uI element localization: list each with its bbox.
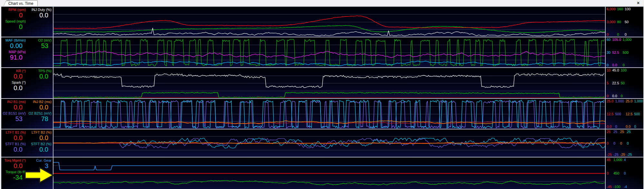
axis-value: 12.5 bbox=[626, 112, 632, 116]
axis-value: 0 bbox=[623, 63, 632, 67]
axis-value: 12.5 bbox=[607, 112, 613, 116]
trace-map bbox=[53, 51, 605, 58]
param-label: INJ Duty (%) bbox=[27, 7, 53, 12]
param-empty bbox=[27, 50, 53, 61]
axis-value: 25 bbox=[627, 130, 632, 134]
axis-value: 160 bbox=[617, 7, 623, 11]
param-value: 0.0 bbox=[27, 104, 53, 111]
plot-area-ltft-stft[interactable] bbox=[53, 129, 606, 157]
param-value: 0.0 bbox=[27, 12, 53, 19]
plot-area-maf-o2-map[interactable] bbox=[53, 37, 606, 67]
axis-scale-kr-tps-spark: 105045.022.50.0100500 bbox=[606, 68, 643, 98]
axis-scale-rpm-speed-injduty: 6,0003,0000160800100500 bbox=[606, 7, 643, 37]
traces-rpm-speed-injduty bbox=[53, 7, 605, 37]
axis-column: 25.012.50.0 bbox=[607, 99, 613, 128]
axis-value: 0 bbox=[620, 141, 625, 145]
param-o2-b2s1-mv: O2 B2S1 (mV)78 bbox=[27, 111, 53, 123]
axis-column: 6,0003,0000 bbox=[607, 7, 616, 36]
chart-vs-time-window: Chart vs. Time × RPM (rpm)0INJ Duty (%)0… bbox=[0, 0, 644, 189]
plot-area-torqmgmt-gear-torque[interactable] bbox=[53, 157, 606, 189]
trace-tps bbox=[53, 92, 604, 98]
axis-value: 25 bbox=[613, 130, 619, 134]
axis-value: 0.0 bbox=[626, 125, 632, 128]
param-empty bbox=[27, 19, 53, 31]
axis-value: -25 bbox=[613, 153, 619, 156]
param-value: 0 bbox=[1, 12, 27, 19]
chart-panel-maf-o2-map: MAF (lb/min)0.00O2 (mV)53MAP (kPa)91.060… bbox=[1, 37, 643, 67]
param-value: 0 bbox=[1, 23, 27, 31]
axis-value: 25 bbox=[620, 130, 625, 134]
axis-column: 40-4 bbox=[624, 158, 627, 189]
param-tps: TPS (%)0.0 bbox=[27, 69, 53, 80]
axis-column: 250-25 bbox=[620, 130, 625, 156]
axis-value: 45 bbox=[607, 158, 612, 162]
axis-value: 0 bbox=[617, 33, 623, 36]
axis-value: 25.0 bbox=[607, 99, 613, 103]
param-labels-injb1-injb2-o2b1s1-o2b2s1: INJ B1 (ms)0.0INJ B2 (ms)0.0O2 B1S1 (mV)… bbox=[1, 99, 53, 129]
axis-column: 100500 bbox=[625, 7, 630, 36]
axis-value: 0 bbox=[627, 141, 632, 145]
trace-maf bbox=[53, 61, 605, 66]
close-icon[interactable]: × bbox=[636, 0, 641, 5]
param-inj-b1-ms: INJ B1 (ms)0.0 bbox=[1, 99, 27, 111]
chart-panel-injb1-injb2-o2b1s1-o2b2s1: INJ B1 (ms)0.0INJ B2 (ms)0.0O2 B1S1 (mV)… bbox=[1, 98, 643, 129]
plot-area-rpm-speed-injduty[interactable] bbox=[53, 7, 606, 37]
param-value: 0.0 bbox=[27, 146, 53, 153]
axis-value: 1,000 bbox=[613, 158, 622, 162]
axis-value: 0 bbox=[607, 171, 612, 175]
axis-value: 0 bbox=[625, 33, 630, 36]
axis-scale-injb1-injb2-o2b1s1-o2b2s1: 25.012.50.01,000500025.012.50.01,0005000 bbox=[606, 99, 643, 129]
param-value: 0.0 bbox=[27, 73, 53, 80]
axis-value: 1,000 bbox=[623, 38, 632, 42]
param-ltft-b1: LTFT B1 (%)0.0 bbox=[1, 130, 27, 142]
param-labels-ltft-stft: LTFT B1 (%)0.0LTFT B2 (%)0.0STFT B1 (%)0… bbox=[1, 129, 53, 157]
axis-column: 250-25 bbox=[627, 130, 632, 156]
axis-value: 0 bbox=[607, 141, 612, 145]
tab-bar: Chart vs. Time × bbox=[0, 0, 644, 6]
axis-value: 25.0 bbox=[626, 99, 632, 103]
plot-area-kr-tps-spark[interactable] bbox=[53, 68, 606, 98]
axis-column: 160800 bbox=[617, 7, 623, 36]
axis-value: 0 bbox=[634, 125, 643, 128]
param-labels-kr-tps-spark: KR (°)0.0TPS (%)0.0Spark (°)0.0 bbox=[1, 68, 53, 98]
param-label: LTFT B2 (%) bbox=[27, 130, 53, 134]
axis-value: 52.5 bbox=[612, 51, 621, 54]
axis-column: 450-45 bbox=[607, 158, 612, 189]
chart-panel-rpm-speed-injduty: RPM (rpm)0INJ Duty (%)0.0Speed (mph)06,0… bbox=[1, 6, 643, 37]
param-rpm-rpm: RPM (rpm)0 bbox=[1, 7, 27, 19]
param-label: INJ B2 (ms) bbox=[27, 99, 53, 104]
param-maf-lb-min: MAF (lb/min)0.00 bbox=[1, 38, 27, 50]
axis-column: 250-25 bbox=[607, 130, 612, 156]
axis-value: 500 bbox=[623, 51, 632, 54]
trace-inj-duty bbox=[53, 28, 605, 36]
tab-chart-vs-time[interactable]: Chart vs. Time bbox=[6, 0, 38, 6]
axis-column: 1050 bbox=[607, 68, 610, 98]
axis-scale-ltft-stft: 250-25250-25250-25250-25 bbox=[606, 129, 643, 157]
trace-rpm bbox=[53, 16, 605, 29]
param-value: 78 bbox=[27, 115, 53, 123]
trace-o2 bbox=[53, 39, 604, 66]
trace-o2-b2s1 bbox=[53, 100, 604, 128]
axis-value: 0 bbox=[613, 141, 619, 145]
axis-value: 10 bbox=[607, 68, 610, 72]
param-label: Spark (°) bbox=[1, 80, 27, 84]
param-torque-lb-ft: Torque (lb·ft)-34 bbox=[1, 170, 27, 181]
param-empty bbox=[27, 80, 53, 92]
plot-area-injb1-injb2-o2b1s1-o2b2s1[interactable] bbox=[53, 99, 606, 129]
axis-value: 0 bbox=[615, 125, 624, 128]
axis-value: 0.0 bbox=[612, 63, 621, 67]
param-label: Torque (lb·ft) bbox=[1, 170, 27, 174]
param-value: 0.0 bbox=[1, 84, 27, 92]
axis-column: 100500 bbox=[621, 68, 627, 98]
param-label: STFT B2 (%) bbox=[27, 142, 53, 146]
param-value: 0.0 bbox=[1, 162, 27, 170]
param-value: 0.00 bbox=[1, 42, 27, 50]
axis-scale-maf-o2-map: 60300105.052.50.01,0005000 bbox=[606, 37, 643, 67]
param-label: Speed (mph) bbox=[1, 19, 27, 23]
axis-value: -25 bbox=[607, 153, 612, 156]
axis-value: 22.5 bbox=[612, 81, 619, 85]
axis-value: 0 bbox=[607, 63, 610, 67]
param-map-kpa: MAP (kPa)91.0 bbox=[1, 50, 27, 61]
highlight-arrow-icon bbox=[25, 167, 54, 184]
param-spark: Spark (°)0.0 bbox=[1, 80, 27, 92]
